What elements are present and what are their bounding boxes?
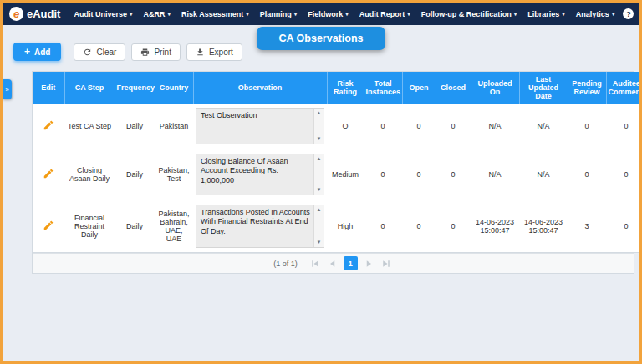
scrollbar[interactable]: ▲▼	[313, 154, 324, 195]
scroll-up-icon[interactable]: ▲	[317, 110, 322, 117]
export-button[interactable]: Export	[186, 43, 242, 61]
cell-last-updated: 14-06-2023 15:00:47	[519, 200, 568, 253]
scrollbar[interactable]: ▲▼	[313, 109, 324, 144]
chevron-down-icon: ▾	[246, 11, 249, 18]
cell-last-updated: N/A	[519, 149, 568, 200]
paginator-status: (1 of 1)	[273, 260, 298, 268]
chevron-down-icon: ▾	[294, 11, 298, 18]
col-pending-review: Pending Review	[568, 72, 606, 104]
col-auditee-comments: Auditee Comments	[606, 72, 642, 104]
cell-frequency: Daily	[115, 149, 155, 200]
first-page-button[interactable]	[308, 257, 322, 270]
plus-icon: +	[24, 47, 30, 57]
cell-country: Pakistan, Bahrain, UAE, UAE	[155, 200, 193, 253]
refresh-icon	[83, 48, 92, 57]
add-button[interactable]: + Add	[13, 43, 61, 61]
download-icon	[196, 48, 205, 57]
nav-item-audit-universe[interactable]: Audit Universe▾	[74, 10, 132, 18]
cell-risk-rating: High	[327, 200, 364, 253]
edit-pencil-icon[interactable]	[43, 168, 54, 179]
cell-ca-step: Test CA Step	[64, 104, 115, 149]
col-observation: Observation	[193, 72, 327, 104]
cell-closed: 0	[436, 104, 471, 149]
next-page-button[interactable]	[362, 257, 375, 270]
chevron-down-icon: ▾	[345, 11, 349, 18]
app-logo: e eAudit	[9, 7, 60, 21]
col-country: Country	[155, 72, 193, 104]
nav-item-audit-report[interactable]: Audit Report▾	[359, 10, 410, 18]
table-row: Test CA Step Daily Pakistan Test Observa…	[33, 104, 642, 149]
table-row: Financial Restraint Daily Daily Pakistan…	[33, 200, 642, 253]
cell-closed: 0	[436, 149, 471, 200]
chevron-down-icon: ▾	[612, 11, 615, 18]
nav-item-fieldwork[interactable]: Fieldwork▾	[308, 10, 349, 18]
cell-total-instances: 0	[364, 200, 402, 253]
last-page-button[interactable]	[380, 257, 393, 270]
cell-frequency: Daily	[115, 200, 155, 253]
scroll-down-icon[interactable]: ▼	[317, 136, 322, 143]
page-number-current[interactable]: 1	[344, 256, 358, 270]
cell-country: Pakistan, Test	[155, 149, 193, 200]
edit-pencil-icon[interactable]	[43, 220, 54, 231]
cell-last-updated: N/A	[519, 104, 568, 149]
table-header-row: Edit CA Step Frequency Country Observati…	[33, 72, 642, 104]
col-ca-step: CA Step	[64, 72, 115, 104]
col-risk-rating: Risk Rating	[327, 72, 364, 104]
nav-item-risk-assessment[interactable]: Risk Assessment▾	[181, 10, 249, 18]
scroll-down-icon[interactable]: ▼	[317, 240, 322, 246]
observations-table: Edit CA Step Frequency Country Observati…	[32, 71, 634, 274]
nav-item-planning[interactable]: Planning▾	[260, 10, 298, 18]
col-open: Open	[402, 72, 436, 104]
app-window: e eAudit Audit Universe▾ A&RR▾ Risk Asse…	[0, 0, 642, 364]
col-closed: Closed	[436, 72, 471, 104]
col-uploaded-on: Uploaded On	[471, 72, 519, 104]
col-last-updated-date: Last Updated Date	[519, 72, 568, 104]
cell-ca-step: Closing Asaan Daily	[64, 149, 115, 200]
cell-frequency: Daily	[115, 104, 155, 149]
scroll-up-icon[interactable]: ▲	[317, 156, 322, 163]
printer-icon	[140, 48, 150, 57]
user-icon	[639, 9, 642, 19]
cell-open: 0	[402, 104, 436, 149]
sidebar-expand-toggle[interactable]: »	[3, 79, 12, 99]
observation-textarea[interactable]: Transactions Posted In Accounts With Fin…	[196, 205, 324, 248]
nav-menu: Audit Universe▾ A&RR▾ Risk Assessment▾ P…	[74, 10, 614, 18]
cell-ca-step: Financial Restraint Daily	[64, 200, 115, 253]
scrollbar[interactable]: ▲▼	[313, 205, 324, 247]
cell-uploaded-on: 14-06-2023 15:00:47	[471, 200, 519, 253]
scroll-up-icon[interactable]: ▲	[317, 207, 322, 214]
cell-total-instances: 0	[364, 104, 402, 149]
top-navigation: e eAudit Audit Universe▾ A&RR▾ Risk Asse…	[3, 3, 639, 25]
cell-auditee-comments: 0	[606, 149, 642, 200]
chevron-down-icon: ▾	[167, 11, 171, 18]
chevron-down-icon: ▾	[514, 11, 517, 18]
cell-auditee-comments: 0	[606, 200, 642, 253]
cell-uploaded-on: N/A	[471, 104, 519, 149]
previous-page-button[interactable]	[326, 257, 339, 270]
cell-pending-review: 0	[568, 149, 606, 200]
cell-country: Pakistan	[155, 104, 193, 149]
double-chevron-right-icon: »	[5, 86, 8, 94]
print-button[interactable]: Print	[131, 43, 181, 61]
clear-button[interactable]: Clear	[74, 43, 125, 61]
page-title: CA Observations	[257, 27, 385, 50]
cell-auditee-comments: 0	[606, 104, 642, 149]
cell-open: 0	[402, 200, 436, 253]
nav-item-arr[interactable]: A&RR▾	[143, 10, 171, 18]
logo-text: eAudit	[27, 8, 60, 20]
cell-uploaded-on: N/A	[471, 149, 519, 200]
table-row: Closing Asaan Daily Daily Pakistan, Test…	[33, 149, 642, 200]
chevron-down-icon: ▾	[130, 11, 133, 18]
observation-textarea[interactable]: Test Observation ▲▼	[196, 108, 324, 144]
nav-user-area: ? Administrator ▾	[623, 8, 642, 19]
nav-item-followup-rectification[interactable]: Follow-up & Rectification▾	[421, 10, 517, 18]
logo-icon: e	[9, 7, 23, 21]
help-icon[interactable]: ?	[623, 8, 634, 19]
edit-pencil-icon[interactable]	[43, 119, 54, 131]
scroll-down-icon[interactable]: ▼	[317, 187, 322, 194]
observation-textarea[interactable]: Closing Balance Of Asaan Account Exceedi…	[196, 154, 324, 195]
col-edit: Edit	[33, 72, 64, 104]
col-total-instances: Total Instances	[364, 72, 402, 104]
nav-item-analytics[interactable]: Analytics▾	[576, 10, 615, 18]
nav-item-libraries[interactable]: Libraries▾	[527, 10, 565, 18]
